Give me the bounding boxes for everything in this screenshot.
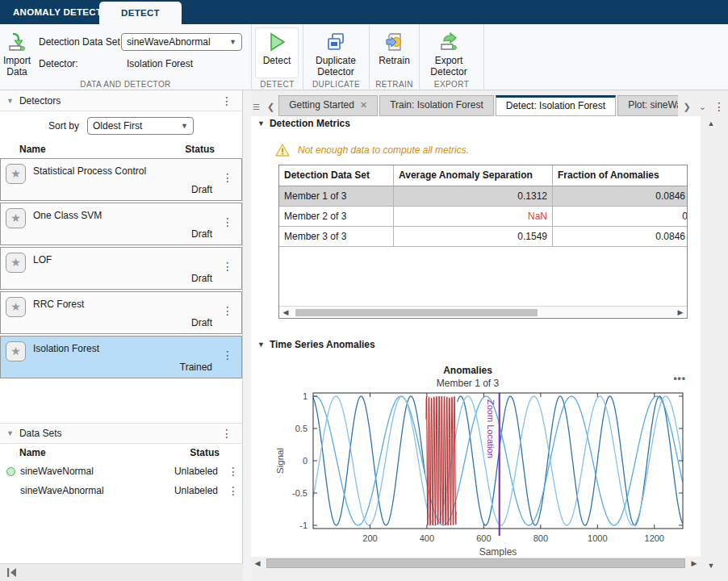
tab-list-icon[interactable]: ☰ bbox=[251, 98, 263, 116]
detection-metrics-title: Detection Metrics bbox=[270, 118, 350, 129]
favorite-star-icon[interactable]: ★ bbox=[6, 341, 26, 362]
detector-row-isolation-forest[interactable]: ★ Isolation Forest Trained ⋮ bbox=[0, 336, 242, 378]
table-row-member-3[interactable]: Member 3 of 3 0.1549 0.0846 bbox=[279, 227, 687, 247]
main-vertical-scrollbar[interactable]: ▲ ▼ bbox=[704, 119, 718, 570]
section-collapse-icon: ▼ bbox=[257, 119, 265, 127]
tab-train-isolation-forest[interactable]: Train: Isolation Forest bbox=[379, 95, 494, 116]
header-detection-data-set: Detection Data Set bbox=[279, 165, 394, 186]
favorite-star-icon[interactable]: ★ bbox=[6, 208, 26, 228]
duplicate-detector-button[interactable]: Duplicate Detector bbox=[307, 27, 365, 78]
scroll-up-icon[interactable]: ▲ bbox=[704, 119, 718, 127]
detection-data-set-combo[interactable]: sineWaveAbnormal ▼ bbox=[121, 33, 242, 51]
group-label-duplicate: DUPLICATE bbox=[303, 80, 369, 89]
group-label-data-and-detector: DATA AND DETECTOR bbox=[0, 80, 251, 89]
detector-name: LOF bbox=[33, 254, 52, 265]
metrics-warning: Not enough data to compute all metrics. bbox=[275, 144, 469, 157]
cell-fraction: 0.0846 bbox=[655, 227, 685, 246]
export-detector-icon bbox=[438, 31, 459, 52]
detection-metrics-header[interactable]: ▼ Detection Metrics bbox=[251, 118, 350, 129]
favorite-star-icon[interactable]: ★ bbox=[6, 297, 26, 317]
scroll-tabs-left-icon[interactable]: ❮ bbox=[263, 97, 278, 116]
detection-data-set-value: sineWaveAbnormal bbox=[127, 36, 229, 48]
import-data-button[interactable]: Import Data bbox=[3, 27, 31, 78]
close-tab-icon[interactable]: ✕ bbox=[360, 100, 367, 110]
dataset-name: sineWaveAbnormal bbox=[20, 485, 174, 496]
sort-by-label: Sort by bbox=[48, 120, 79, 132]
tab-plot-sinewave[interactable]: Plot: sineWa bbox=[617, 95, 677, 116]
left-panel-statusbar bbox=[0, 563, 243, 581]
metrics-table: Detection Data Set Average Anomaly Separ… bbox=[278, 165, 688, 319]
datasets-panel-menu-icon[interactable]: ⋮ bbox=[218, 429, 236, 437]
favorite-star-icon[interactable]: ★ bbox=[6, 253, 26, 273]
ribbon-group-retrain: Retrain RETRAIN bbox=[370, 24, 420, 90]
sort-order-combo[interactable]: Oldest First ▼ bbox=[87, 117, 194, 135]
detect-document: ▼ Detection Metrics Not enough data to c… bbox=[251, 116, 701, 557]
row-menu-icon[interactable]: ⋮ bbox=[219, 173, 236, 182]
detectors-panel-menu-icon[interactable]: ⋮ bbox=[218, 97, 236, 105]
datasets-panel-title: Data Sets bbox=[19, 428, 218, 439]
tab-detect[interactable]: DETECT bbox=[99, 2, 182, 24]
tab-label: Getting Started bbox=[289, 99, 354, 111]
sort-order-value: Oldest First bbox=[93, 120, 181, 132]
ribbon-spacer bbox=[484, 24, 728, 90]
cell-fraction: 0.0846 bbox=[655, 186, 685, 206]
dataset-row-sinewaveabnormal[interactable]: sineWaveAbnormal Unlabeled ⋮ bbox=[0, 481, 242, 500]
tabbar-menu-icon[interactable]: ⋮ bbox=[710, 97, 728, 116]
row-menu-icon[interactable]: ⋮ bbox=[219, 262, 236, 270]
tab-getting-started[interactable]: Getting Started✕ bbox=[278, 95, 378, 116]
row-menu-icon[interactable]: ⋮ bbox=[219, 351, 236, 359]
warning-text: Not enough data to compute all metrics. bbox=[298, 144, 469, 156]
scroll-right-icon[interactable]: ▶ bbox=[688, 559, 701, 567]
row-menu-icon[interactable]: ⋮ bbox=[224, 467, 242, 475]
chart-options-icon[interactable]: ••• bbox=[673, 373, 686, 384]
group-label-export: EXPORT bbox=[420, 80, 483, 89]
import-data-label: Import Data bbox=[3, 55, 31, 77]
export-detector-label: Export Detector bbox=[423, 55, 475, 77]
scroll-tabs-right-icon[interactable]: ❯ bbox=[680, 97, 695, 116]
time-series-anomalies-header[interactable]: ▼ Time Series Anomalies bbox=[251, 339, 375, 350]
header-fraction-of-anomalies: Fraction of Anomalies bbox=[553, 165, 687, 186]
favorite-star-icon[interactable]: ★ bbox=[6, 164, 26, 184]
detectors-panel-title: Detectors bbox=[19, 95, 218, 107]
scrollbar-thumb[interactable] bbox=[295, 309, 538, 316]
svg-text:-0.5: -0.5 bbox=[292, 488, 308, 498]
scroll-left-icon[interactable]: ◀ bbox=[251, 559, 264, 567]
table-row-member-1[interactable]: Member 1 of 3 0.1312 0.0846 bbox=[279, 186, 687, 207]
tab-overflow-icon[interactable]: ⌄ bbox=[695, 97, 710, 116]
scrollbar-thumb[interactable] bbox=[266, 558, 685, 568]
collapse-panel-icon[interactable] bbox=[6, 567, 17, 578]
scroll-left-icon[interactable]: ◀ bbox=[279, 308, 292, 316]
row-menu-icon[interactable]: ⋮ bbox=[224, 487, 242, 495]
dataset-row-sinewavenormal[interactable]: sineWaveNormal Unlabeled ⋮ bbox=[0, 462, 242, 481]
detector-row-one-class-svm[interactable]: ★ One Class SVM Draft ⋮ bbox=[0, 203, 242, 245]
row-menu-icon[interactable]: ⋮ bbox=[219, 218, 236, 226]
left-panel: ▼ Detectors ⋮ Sort by Oldest First ▼ Nam… bbox=[0, 90, 243, 563]
svg-text:600: 600 bbox=[476, 533, 491, 543]
row-menu-icon[interactable]: ⋮ bbox=[219, 307, 236, 315]
group-label-retrain: RETRAIN bbox=[370, 80, 419, 89]
detector-row-rrc-forest[interactable]: ★ RRC Forest Draft ⋮ bbox=[0, 291, 242, 334]
retrain-icon bbox=[384, 31, 405, 52]
section-collapse-icon: ▼ bbox=[257, 341, 265, 349]
cell-separation: 0.1312 bbox=[394, 186, 553, 206]
detectors-panel-header[interactable]: ▼ Detectors ⋮ bbox=[0, 90, 242, 111]
header-average-anomaly-separation: Average Anomaly Separation bbox=[394, 165, 553, 186]
tab-detect-isolation-forest[interactable]: Detect: Isolation Forest bbox=[496, 95, 616, 116]
ribbon-group-data-and-detector: Import Data Detection Data Set sineWaveA… bbox=[0, 24, 252, 90]
panel-splitter[interactable] bbox=[243, 90, 251, 581]
detectors-column-headers: Name Status bbox=[0, 140, 242, 158]
table-horizontal-scrollbar[interactable]: ◀ ▶ bbox=[279, 306, 687, 318]
main-horizontal-scrollbar[interactable]: ◀ ▶ bbox=[251, 557, 701, 570]
export-detector-button[interactable]: Export Detector bbox=[423, 27, 475, 78]
datasets-panel-header[interactable]: ▼ Data Sets ⋮ bbox=[0, 423, 242, 444]
cell-member: Member 3 of 3 bbox=[279, 227, 394, 246]
detector-row-lof[interactable]: ★ LOF Draft ⋮ bbox=[0, 247, 242, 290]
cell-member: Member 1 of 3 bbox=[279, 186, 394, 206]
retrain-button[interactable]: Retrain bbox=[373, 27, 416, 78]
scroll-down-icon[interactable]: ▼ bbox=[704, 562, 718, 570]
table-row-member-2[interactable]: Member 2 of 3 NaN 0 bbox=[279, 207, 687, 227]
svg-text:1200: 1200 bbox=[645, 533, 664, 543]
detector-row-statistical-process-control[interactable]: ★ Statistical Process Control Draft ⋮ bbox=[0, 158, 242, 201]
detect-button[interactable]: Detect bbox=[255, 27, 299, 78]
scroll-right-icon[interactable]: ▶ bbox=[674, 308, 687, 316]
